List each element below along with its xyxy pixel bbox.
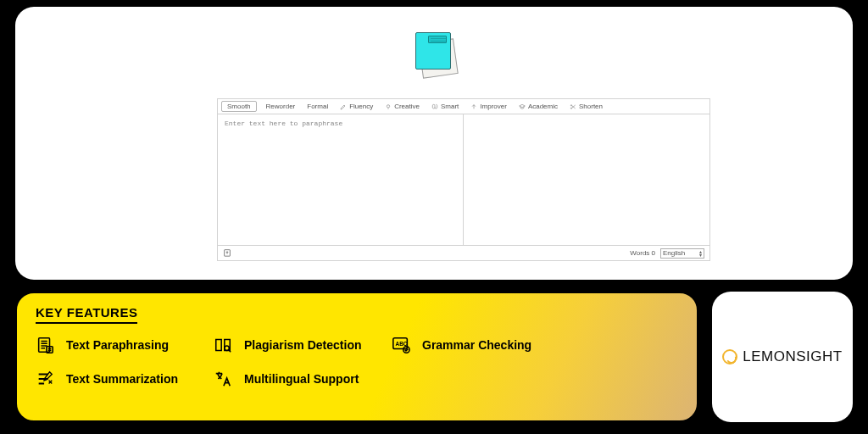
summary-icon	[36, 370, 54, 388]
feature-text-paraphrasing: Text Paraphrasing	[36, 336, 214, 354]
svg-point-2	[570, 108, 571, 108]
word-count: Words 0	[630, 249, 655, 257]
tab-label: Fluency	[349, 103, 373, 110]
feature-grammar-checking: ABC Grammar Checking	[392, 336, 570, 354]
brand-card: LEMONSIGHT	[712, 292, 853, 422]
feature-label: Multilingual Support	[244, 372, 359, 386]
brand-name: LEMONSIGHT	[743, 348, 842, 365]
feature-label: Grammar Checking	[422, 338, 531, 352]
features-title: KEY FEATURES	[36, 305, 137, 324]
tab-academic[interactable]: Academic	[516, 102, 560, 111]
tab-reworder[interactable]: Reworder	[264, 102, 298, 111]
editor-footer: Words 0 English ▴▾	[218, 245, 709, 260]
svg-text:ABC: ABC	[396, 341, 408, 347]
tab-label: Smooth	[227, 103, 251, 110]
app-logo-icon	[410, 31, 458, 78]
tab-smooth[interactable]: Smooth	[221, 101, 257, 112]
translate-icon	[214, 370, 232, 388]
feature-label: Text Paraphrasing	[66, 338, 169, 352]
tab-shorten[interactable]: Shorten	[567, 102, 605, 111]
bulb-icon	[385, 103, 392, 110]
feature-plagiarism-detection: Plagiarism Detection	[214, 336, 392, 354]
input-textarea[interactable]: Enter text here to paraphrase	[218, 114, 464, 245]
tab-label: Academic	[528, 103, 558, 110]
app-preview-card: Smooth Reworder Formal Fluency Creative	[15, 7, 853, 280]
output-pane	[464, 114, 709, 245]
paraphrase-editor: Smooth Reworder Formal Fluency Creative	[217, 98, 710, 261]
mode-tabs: Smooth Reworder Formal Fluency Creative	[218, 99, 709, 114]
tab-label: Shorten	[579, 103, 603, 110]
language-selected: English	[663, 249, 685, 257]
lemonsight-logo-icon	[722, 349, 737, 364]
input-placeholder: Enter text here to paraphrase	[218, 114, 463, 132]
grad-icon	[519, 103, 526, 110]
book-search-icon	[214, 336, 232, 354]
tab-smart[interactable]: Smart	[429, 102, 461, 111]
document-icon	[36, 336, 54, 354]
tab-formal[interactable]: Formal	[304, 102, 331, 111]
stepper-arrows-icon: ▴▾	[699, 250, 702, 257]
up-icon	[470, 103, 477, 110]
tab-label: Reworder	[266, 103, 296, 110]
svg-point-0	[387, 104, 390, 107]
upload-icon[interactable]	[223, 251, 231, 259]
feature-multilingual-support: Multilingual Support	[214, 370, 392, 388]
abc-check-icon: ABC	[392, 336, 410, 354]
pen-icon	[340, 103, 347, 110]
tab-improver[interactable]: Improver	[468, 102, 509, 111]
tab-creative[interactable]: Creative	[382, 102, 422, 111]
svg-rect-4	[39, 338, 50, 353]
language-select[interactable]: English ▴▾	[660, 248, 704, 259]
tab-label: Formal	[307, 103, 328, 110]
tab-label: Improver	[480, 103, 507, 110]
brain-icon	[431, 103, 438, 110]
feature-label: Plagiarism Detection	[244, 338, 362, 352]
feature-label: Text Summarization	[66, 372, 178, 386]
cut-icon	[570, 103, 576, 110]
feature-text-summarization: Text Summarization	[36, 370, 214, 388]
tab-fluency[interactable]: Fluency	[337, 102, 376, 111]
features-grid: Text Paraphrasing Plagiarism Detection A…	[36, 336, 678, 388]
tab-label: Creative	[394, 103, 420, 110]
svg-point-1	[570, 104, 571, 105]
editor-panes: Enter text here to paraphrase	[218, 114, 709, 245]
tab-label: Smart	[441, 103, 459, 110]
key-features-card: KEY FEATURES Text Paraphrasing Plagiaris…	[15, 292, 698, 422]
